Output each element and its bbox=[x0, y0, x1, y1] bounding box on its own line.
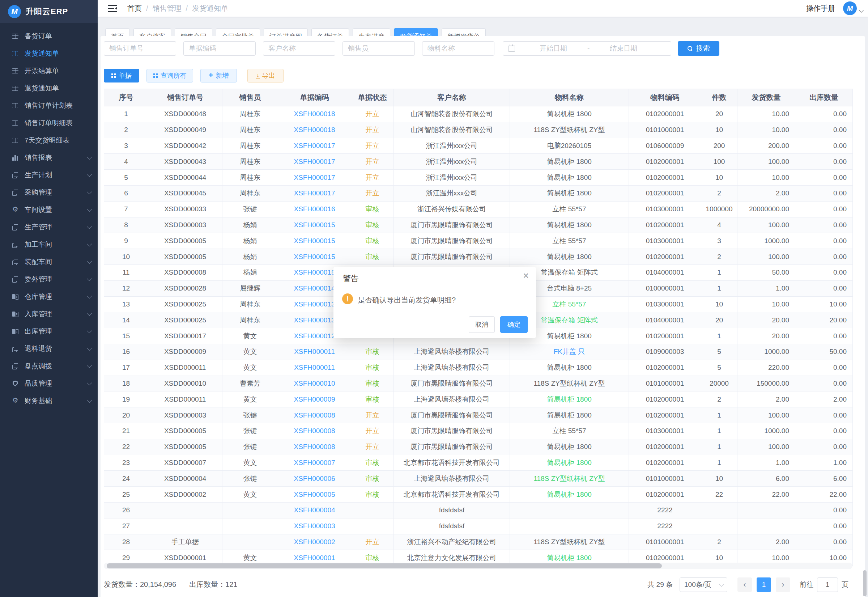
doc-code-link[interactable]: XSFH000002 bbox=[294, 538, 335, 546]
sidebar-item[interactable]: 盘点调拨 bbox=[0, 358, 98, 375]
sidebar-item[interactable]: 销售订单计划表 bbox=[0, 97, 98, 114]
doc-code-link[interactable]: XSFH000015 bbox=[294, 237, 335, 245]
sidebar-item[interactable]: 品质管理 bbox=[0, 375, 98, 392]
doc-code-link[interactable]: XSFH000004 bbox=[294, 506, 335, 514]
doc-code-link[interactable]: XSFH000008 bbox=[294, 427, 335, 435]
table-row[interactable]: 28 手工单据 XSFH000002 开立 浙江裕兴不动产经纪有限公司 118S… bbox=[104, 534, 853, 550]
doc-code-link[interactable]: XSFH000006 bbox=[294, 475, 335, 482]
sidebar-item[interactable]: 车间设置 bbox=[0, 201, 98, 218]
table-row[interactable]: 1 XSDD000048 周桂东 XSFH000018 开立 山河智能装备股份有… bbox=[104, 106, 853, 122]
doc-code-link[interactable]: XSFH000011 bbox=[294, 364, 335, 371]
current-page-button[interactable]: 1 bbox=[757, 578, 771, 592]
table-row[interactable]: 10 XSDD000005 杨娟 XSFH000015 审核 厦门市黑眼睛服饰有… bbox=[104, 249, 853, 265]
table-row[interactable]: 16 XSDD000009 黄文 XSFH000011 审核 上海避风塘茶楼有限… bbox=[104, 344, 853, 359]
sidebar-item[interactable]: 退料退货 bbox=[0, 340, 98, 358]
cancel-button[interactable]: 取消 bbox=[469, 316, 495, 333]
sidebar-item[interactable]: 仓库管理 bbox=[0, 288, 98, 305]
table-row[interactable]: 4 XSDD000043 周桂东 XSFH000017 开立 浙江温州xxx公司… bbox=[104, 154, 853, 170]
table-row[interactable]: 26 XSFH000004 fdsfdsfsf 2222 0.00 bbox=[104, 502, 853, 518]
manual-link[interactable]: 操作手册 bbox=[806, 4, 835, 13]
doc-code-link[interactable]: XSFH000011 bbox=[294, 348, 335, 355]
sidebar-item[interactable]: 生产计划 bbox=[0, 166, 98, 184]
sidebar-item[interactable]: 委外管理 bbox=[0, 271, 98, 288]
sidebar-item[interactable]: 发货通知单 bbox=[0, 45, 98, 62]
table-row[interactable]: 6 XSDD000045 周桂东 XSFH000017 开立 浙江温州xxx公司… bbox=[104, 185, 853, 201]
sidebar-item[interactable]: 加工车间 bbox=[0, 236, 98, 253]
doc-code-link[interactable]: XSFH000014 bbox=[294, 284, 335, 292]
prev-page-button[interactable]: ‹ bbox=[738, 578, 752, 592]
table-row[interactable]: 20 XSDD000003 张键 XSFH000008 开立 厦门市黑眼睛服饰有… bbox=[104, 407, 853, 423]
sales-order-no-input[interactable] bbox=[104, 41, 176, 56]
doc-view-button[interactable]: 单据 bbox=[104, 69, 139, 83]
sidebar-item[interactable]: 生产管理 bbox=[0, 218, 98, 236]
breadcrumb-home[interactable]: 首页 bbox=[127, 4, 142, 13]
sidebar-item[interactable]: 退货通知单 bbox=[0, 80, 98, 97]
sidebar-item[interactable]: 财务基础 bbox=[0, 392, 98, 410]
table-row[interactable]: 25 XSDD000002 黄文 XSFH000005 审核 北京都市花语科技开… bbox=[104, 487, 853, 503]
table-row[interactable]: 19 XSDD000011 黄文 XSFH000009 审核 上海避风塘茶楼有限… bbox=[104, 392, 853, 407]
doc-code-link[interactable]: XSFH000017 bbox=[294, 174, 335, 181]
doc-code-link[interactable]: XSFH000016 bbox=[294, 205, 335, 213]
table-row[interactable]: 27 XSFH000003 fdsfdsfsf 2222 0.00 bbox=[104, 518, 853, 534]
add-button[interactable]: 新增 bbox=[200, 69, 237, 83]
table-row[interactable]: 5 XSDD000044 周桂东 XSFH000017 开立 浙江温州xxx公司… bbox=[104, 170, 853, 186]
doc-code-link[interactable]: XSFH000010 bbox=[294, 380, 335, 387]
doc-code-link[interactable]: XSFH000007 bbox=[294, 459, 335, 466]
doc-code-input[interactable] bbox=[184, 41, 256, 56]
doc-code-link[interactable]: XSFH000005 bbox=[294, 491, 335, 498]
salesperson-input[interactable] bbox=[342, 41, 415, 56]
doc-code-link[interactable]: XSFH000008 bbox=[294, 411, 335, 419]
sidebar-item[interactable]: 7天交货明细表 bbox=[0, 132, 98, 149]
sidebar-item[interactable]: 采购管理 bbox=[0, 184, 98, 201]
doc-code-link[interactable]: XSFH000015 bbox=[294, 269, 335, 276]
horizontal-scrollbar-thumb[interactable] bbox=[107, 563, 662, 569]
doc-code-link[interactable]: XSFH000001 bbox=[294, 554, 335, 561]
doc-code-link[interactable]: XSFH000013 bbox=[294, 300, 335, 308]
doc-code-link[interactable]: XSFH000003 bbox=[294, 522, 335, 530]
doc-code-link[interactable]: XSFH000012 bbox=[294, 332, 335, 340]
sidebar-item[interactable]: 备货订单 bbox=[0, 28, 98, 45]
goto-page-input[interactable] bbox=[817, 578, 838, 592]
table-row[interactable]: 7 XSDD000033 张键 XSFH000016 审核 浙江裕兴传媒有限公司… bbox=[104, 201, 853, 217]
table-row[interactable]: 23 XSDD000007 黄文 XSFH000007 审核 北京都市花语科技开… bbox=[104, 455, 853, 471]
next-page-button[interactable]: › bbox=[776, 578, 790, 592]
sidebar-item[interactable]: 装配车间 bbox=[0, 253, 98, 271]
confirm-button[interactable]: 确定 bbox=[500, 316, 528, 333]
doc-code-link[interactable]: XSFH000008 bbox=[294, 443, 335, 450]
avatar[interactable]: M bbox=[843, 1, 857, 15]
table-row[interactable]: 18 XSDD000010 曹素芳 XSFH000010 审核 厦门市黑眼睛服饰… bbox=[104, 376, 853, 392]
sidebar-item[interactable]: 销售报表 bbox=[0, 149, 98, 166]
doc-code-link[interactable]: XSFH000013 bbox=[294, 316, 335, 324]
search-button[interactable]: 搜索 bbox=[678, 41, 719, 56]
table-row[interactable]: 3 XSDD000042 周桂东 XSFH000017 开立 浙江温州xxx公司… bbox=[104, 138, 853, 154]
export-button[interactable]: 导出 bbox=[247, 69, 284, 83]
table-row[interactable]: 21 XSDD000005 张键 XSFH000008 开立 厦门市黑眼睛服饰有… bbox=[104, 423, 853, 439]
vertical-scrollbar-thumb[interactable] bbox=[863, 570, 867, 596]
sidebar-item[interactable]: 出库管理 bbox=[0, 323, 98, 340]
sidebar-item[interactable]: 销售订单明细表 bbox=[0, 114, 98, 132]
doc-code-link[interactable]: XSFH000018 bbox=[294, 126, 335, 134]
table-row[interactable]: 2 XSDD000049 周桂东 XSFH000018 开立 山河智能装备股份有… bbox=[104, 122, 853, 138]
doc-code-link[interactable]: XSFH000018 bbox=[294, 110, 335, 117]
close-icon[interactable]: × bbox=[523, 271, 529, 281]
doc-code-link[interactable]: XSFH000017 bbox=[294, 158, 335, 165]
doc-code-link[interactable]: XSFH000009 bbox=[294, 395, 335, 403]
breadcrumb-sales[interactable]: 销售管理 bbox=[153, 4, 182, 13]
sidebar-collapse-icon[interactable] bbox=[108, 5, 117, 12]
doc-code-link[interactable]: XSFH000015 bbox=[294, 253, 335, 260]
doc-code-link[interactable]: XSFH000015 bbox=[294, 221, 335, 229]
table-row[interactable]: 22 XSDD000005 张键 XSFH000008 开立 厦门市黑眼睛服饰有… bbox=[104, 439, 853, 455]
sidebar-item[interactable]: 入库管理 bbox=[0, 305, 98, 323]
customer-name-input[interactable] bbox=[263, 41, 335, 56]
sidebar-item[interactable]: 开票结算单 bbox=[0, 62, 98, 80]
date-range-picker[interactable]: 开始日期 - 结束日期 bbox=[503, 41, 671, 56]
page-size-select[interactable]: 100条/页 bbox=[680, 578, 727, 592]
table-row[interactable]: 24 XSDD000004 张键 XSFH000006 审核 上海避风塘茶楼有限… bbox=[104, 471, 853, 487]
table-row[interactable]: 8 XSDD000003 杨娟 XSFH000015 审核 厦门市黑眼睛服饰有限… bbox=[104, 217, 853, 233]
query-all-button[interactable]: 查询所有 bbox=[147, 69, 193, 83]
material-name-input[interactable] bbox=[422, 41, 495, 56]
table-row[interactable]: 9 XSDD000005 杨娟 XSFH000015 审核 厦门市黑眼睛服饰有限… bbox=[104, 233, 853, 249]
doc-code-link[interactable]: XSFH000017 bbox=[294, 189, 335, 197]
table-row[interactable]: 17 XSDD000011 黄文 XSFH000011 审核 上海避风塘茶楼有限… bbox=[104, 359, 853, 376]
doc-code-link[interactable]: XSFH000017 bbox=[294, 142, 335, 149]
